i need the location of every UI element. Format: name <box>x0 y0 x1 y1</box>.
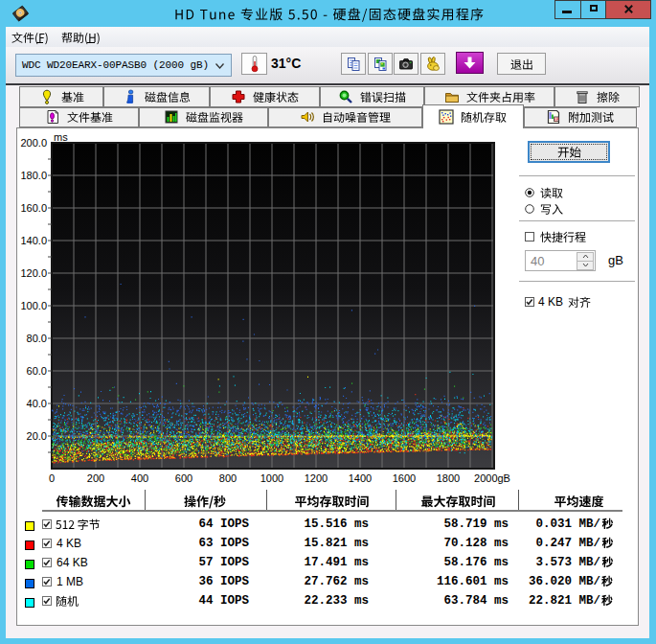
svg-text:200: 200 <box>87 472 104 484</box>
svg-text:20.0: 20.0 <box>27 430 47 442</box>
svg-text:60.0: 60.0 <box>27 365 47 377</box>
svg-text:160.0: 160.0 <box>20 202 47 214</box>
svg-text:1800: 1800 <box>437 472 460 484</box>
svg-text:1000: 1000 <box>260 472 283 484</box>
svg-text:80.0: 80.0 <box>27 333 47 344</box>
svg-text:1600: 1600 <box>393 472 416 484</box>
svg-text:400: 400 <box>131 472 148 484</box>
svg-text:1400: 1400 <box>349 472 372 484</box>
svg-text:120.0: 120.0 <box>20 267 47 279</box>
svg-text:600: 600 <box>175 472 192 484</box>
svg-text:2000gB: 2000gB <box>474 472 510 484</box>
svg-text:100.0: 100.0 <box>20 300 47 311</box>
svg-text:140.0: 140.0 <box>20 235 47 246</box>
svg-text:40.0: 40.0 <box>27 398 47 409</box>
svg-text:200.0: 200.0 <box>20 137 47 149</box>
svg-text:800: 800 <box>219 472 237 484</box>
svg-text:ms: ms <box>54 131 68 143</box>
svg-text:0: 0 <box>49 472 55 484</box>
svg-text:180.0: 180.0 <box>20 170 47 181</box>
svg-text:1200: 1200 <box>305 472 328 484</box>
